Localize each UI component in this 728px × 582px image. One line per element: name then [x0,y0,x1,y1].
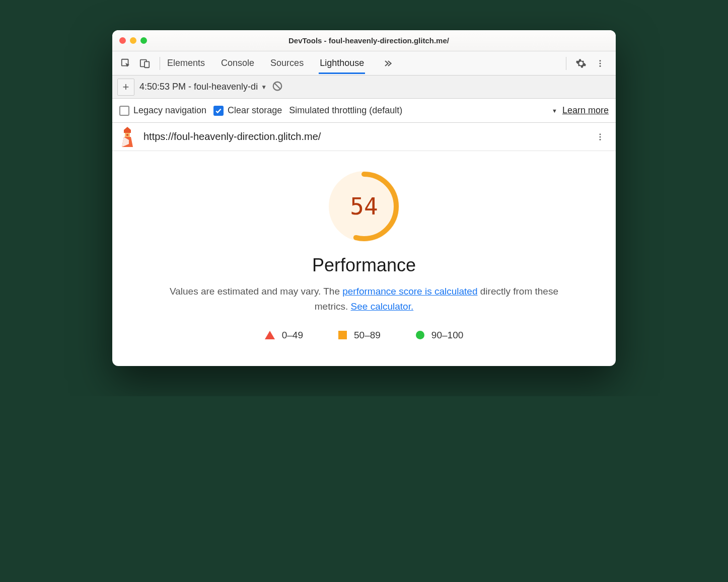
lighthouse-options: Legacy navigation Clear storage Simulate… [112,99,616,123]
performance-title: Performance [132,255,596,276]
score-legend: 0–49 50–89 90–100 [132,330,596,341]
checkbox-checked-icon [213,106,224,116]
report-selector[interactable]: 4:50:53 PM - foul-heavenly-di ▼ [139,82,267,92]
triangle-icon [265,331,275,339]
window-title: DevTools - foul-heavenly-direction.glitc… [129,36,609,45]
clear-storage-option[interactable]: Clear storage [213,105,282,116]
chevron-down-icon: ▼ [261,84,267,91]
chevron-down-icon: ▼ [552,108,557,114]
report-url-bar: https://foul-heavenly-direction.glitch.m… [112,123,616,151]
svg-point-3 [600,60,601,61]
svg-point-5 [600,65,601,66]
report-url: https://foul-heavenly-direction.glitch.m… [143,131,584,142]
svg-point-15 [600,138,601,140]
panel-tabs: Elements Console Sources Lighthouse [166,53,396,74]
report-menu-icon[interactable] [592,128,609,146]
report-selector-label: 4:50:53 PM - foul-heavenly-di [139,82,258,92]
legend-average: 50–89 [338,330,381,341]
tab-sources[interactable]: Sources [269,53,305,74]
svg-rect-2 [144,61,149,67]
tab-elements[interactable]: Elements [166,53,206,74]
circle-icon [416,331,424,339]
throttling-label: Simulated throttling (default) [289,105,402,116]
device-toggle-icon[interactable] [136,55,154,72]
svg-marker-8 [124,127,131,133]
lighthouse-report: 54 Performance Values are estimated and … [112,151,616,366]
see-calculator-link[interactable]: See calculator. [351,301,414,312]
checkbox-unchecked-icon [119,106,129,116]
tab-lighthouse[interactable]: Lighthouse [319,53,365,74]
score-calc-link[interactable]: performance score is calculated [342,286,477,297]
legend-range: 0–49 [282,330,303,341]
performance-score: 54 [350,193,378,220]
separator [160,57,160,70]
more-tabs-icon[interactable] [379,55,396,72]
inspect-element-icon[interactable] [117,55,134,72]
close-window-button[interactable] [119,37,126,44]
separator [566,57,566,70]
performance-gauge: 54 [329,171,399,242]
svg-point-14 [600,136,601,137]
legend-range: 90–100 [431,330,463,341]
learn-more-link[interactable]: Learn more [562,105,609,116]
main-toolbar: Elements Console Sources Lighthouse [112,51,616,76]
svg-point-4 [600,62,601,64]
settings-gear-icon[interactable] [572,55,590,72]
clear-report-icon[interactable] [272,81,283,94]
new-report-button[interactable]: + [117,79,134,96]
devtools-window: DevTools - foul-heavenly-direction.glitc… [112,30,616,366]
svg-line-7 [275,83,280,89]
legacy-navigation-option[interactable]: Legacy navigation [119,105,206,116]
square-icon [338,331,347,339]
kebab-menu-icon[interactable] [592,55,609,72]
svg-rect-10 [126,134,128,136]
legend-fail: 0–49 [265,330,303,341]
desc-text: Values are estimated and may vary. The [170,286,342,297]
lighthouse-subbar: + 4:50:53 PM - foul-heavenly-di ▼ [112,76,616,99]
tab-console[interactable]: Console [220,53,255,74]
titlebar: DevTools - foul-heavenly-direction.glitc… [112,30,616,51]
svg-point-13 [600,133,601,135]
lighthouse-logo-icon [119,127,135,147]
legend-pass: 90–100 [416,330,463,341]
clear-storage-label: Clear storage [228,105,282,116]
performance-description: Values are estimated and may vary. The p… [158,284,570,315]
legend-range: 50–89 [354,330,381,341]
legacy-navigation-label: Legacy navigation [133,105,206,116]
